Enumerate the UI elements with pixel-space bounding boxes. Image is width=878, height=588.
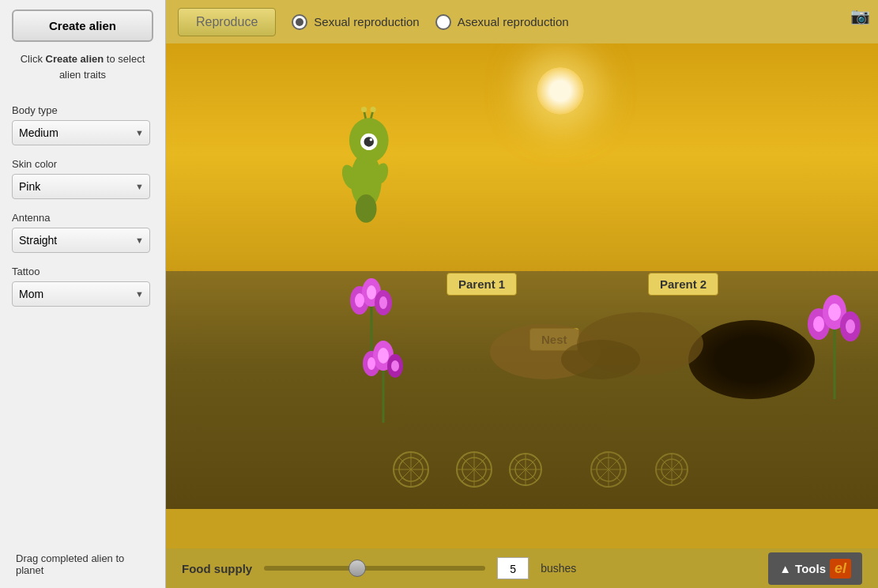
svg-point-23 <box>367 357 375 370</box>
svg-point-7 <box>370 138 373 141</box>
instruction-text: Click Create alien to select alien trait… <box>0 51 165 98</box>
tools-button[interactable]: ▲ Tools el <box>768 552 862 585</box>
bushes-label: bushes <box>541 562 576 575</box>
svg-point-3 <box>371 107 376 112</box>
sexual-reproduction-option[interactable]: Sexual reproduction <box>292 14 419 30</box>
svg-point-30 <box>813 316 824 332</box>
food-slider-thumb[interactable] <box>349 560 366 577</box>
svg-point-32 <box>846 319 855 334</box>
main-area: Reproduce Sexual reproduction Asexual re… <box>166 0 878 588</box>
sidebar: Create alien Click Create alien to selec… <box>0 0 166 588</box>
sun <box>537 67 584 115</box>
svg-point-24 <box>378 348 389 364</box>
svg-point-31 <box>828 303 841 321</box>
skin-color-wrapper: Pink Green Blue Yellow <box>12 174 150 199</box>
skin-color-select[interactable]: Pink Green Blue Yellow <box>12 174 150 199</box>
reproduce-button[interactable]: Reproduce <box>178 8 276 36</box>
drag-instruction-text: Drag completed alien to planet <box>0 541 165 588</box>
svg-point-25 <box>391 360 399 371</box>
svg-point-6 <box>364 137 374 146</box>
svg-point-11 <box>356 194 377 223</box>
phet-logo: el <box>830 559 851 579</box>
svg-point-17 <box>367 285 376 300</box>
body-type-select[interactable]: Medium Small Large <box>12 120 150 145</box>
tattoo-section: Tattoo Mom None Star <box>0 259 165 313</box>
rocks <box>482 288 719 383</box>
plant-right-1 <box>799 281 870 399</box>
svg-point-1 <box>361 107 367 112</box>
skin-color-section: Skin color Pink Green Blue Yellow <box>0 152 165 205</box>
asexual-radio[interactable] <box>435 14 451 30</box>
antenna-section: Antenna Straight Curly None <box>0 205 165 259</box>
body-type-section: Body type Medium Small Large <box>0 98 165 152</box>
svg-point-16 <box>355 293 364 307</box>
food-slider-track[interactable] <box>264 566 485 571</box>
food-supply-label: Food supply <box>182 562 252 575</box>
antenna-select[interactable]: Straight Curly None <box>12 228 150 253</box>
sexual-radio[interactable] <box>292 14 307 30</box>
tattoo-label: Tattoo <box>12 266 153 277</box>
asexual-label: Asexual reproduction <box>458 15 569 28</box>
sexual-label: Sexual reproduction <box>314 15 419 28</box>
body-type-wrapper: Medium Small Large <box>12 120 150 145</box>
skin-color-label: Skin color <box>12 158 153 170</box>
tattoo-wrapper: Mom None Star <box>12 281 150 307</box>
svg-point-65 <box>561 340 640 379</box>
antenna-wrapper: Straight Curly None <box>12 228 150 253</box>
planet-scene[interactable]: Parent 1 Nest Parent 2 Exit <box>166 43 878 548</box>
asexual-reproduction-option[interactable]: Asexual reproduction <box>435 14 569 30</box>
tools-label: Tools <box>795 562 826 575</box>
ground-flowers-1 <box>387 438 545 501</box>
food-bar: Food supply 5 bushes ▲ Tools el <box>166 548 878 588</box>
plant-left-2 <box>356 320 411 423</box>
ground-flowers-2 <box>585 438 743 501</box>
top-bar: Reproduce Sexual reproduction Asexual re… <box>166 0 878 43</box>
alien-character[interactable] <box>320 107 415 236</box>
food-value-display: 5 <box>497 557 529 579</box>
camera-icon[interactable]: 📷 <box>850 6 870 25</box>
create-alien-button[interactable]: Create alien <box>12 9 153 42</box>
tools-arrow-icon: ▲ <box>779 562 791 575</box>
antenna-label: Antenna <box>12 212 153 224</box>
svg-point-18 <box>379 296 387 309</box>
tattoo-select[interactable]: Mom None Star <box>12 281 150 307</box>
body-type-label: Body type <box>12 104 153 116</box>
